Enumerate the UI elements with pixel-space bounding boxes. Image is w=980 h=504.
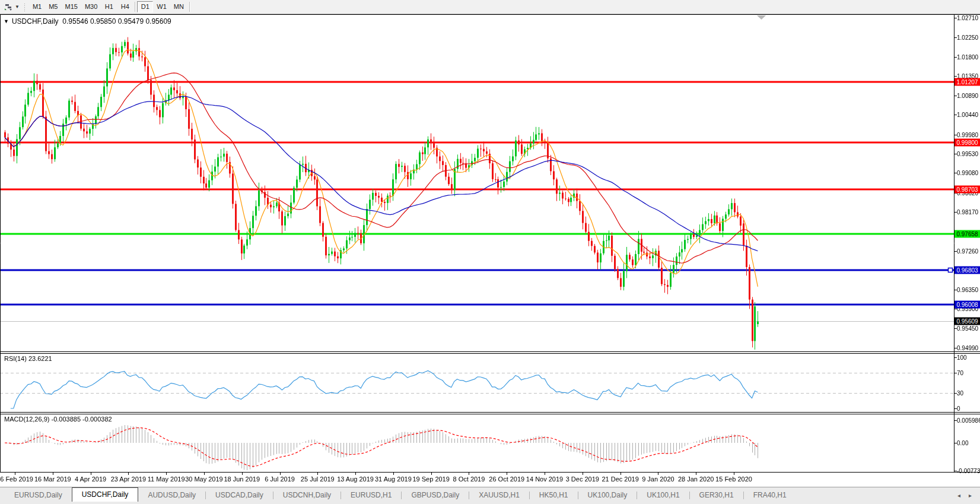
- price-axis-tick: 0.95450: [957, 325, 978, 331]
- price-axis-tick: 1.02250: [957, 34, 978, 41]
- toolbar-drag-handle: [24, 2, 26, 12]
- chevron-down-icon: ▼: [15, 4, 20, 9]
- price-axis-tick: 1.00440: [957, 112, 978, 118]
- rsi-axis-tick: 30: [957, 390, 963, 397]
- price-axis-tick: 0.99530: [957, 151, 978, 157]
- tab-scroll-left-icon[interactable]: ◂: [957, 492, 960, 499]
- current-price-label: 0.95609: [954, 318, 980, 325]
- tab-nav: ◂ ▸: [957, 492, 972, 499]
- price-axis-tick: 1.00890: [957, 93, 978, 99]
- chart-tab-uk100-h1[interactable]: UK100,H1: [637, 489, 689, 502]
- hline-price-label: 0.99800: [954, 138, 980, 146]
- price-axis-tick: 1.01800: [957, 53, 978, 60]
- timeframe-button-d1[interactable]: D1: [137, 1, 153, 12]
- chart-tab-eurusd-daily[interactable]: EURUSD,Daily: [5, 489, 72, 502]
- timeframe-button-m1[interactable]: M1: [29, 1, 45, 12]
- macd-axis-tick: 0.00: [957, 440, 968, 446]
- rsi-axis-tick: 70: [957, 369, 963, 376]
- rsi-indicator-label: RSI(14) 23.6221: [4, 355, 52, 362]
- hline-price-label: 0.98703: [954, 185, 980, 193]
- rsi-axis-tick: 100: [957, 354, 967, 361]
- tab-scroll-right-icon[interactable]: ▸: [969, 492, 972, 499]
- timeframe-button-m15[interactable]: M15: [61, 1, 81, 12]
- chart-tab-bar: EURUSD,DailyUSDCHF,DailyAUDUSD,DailyUSDC…: [0, 487, 980, 504]
- date-axis-label: 15 Feb 2020: [707, 476, 761, 483]
- timeframe-button-w1[interactable]: W1: [153, 1, 170, 12]
- price-axis-tick: 1.02710: [957, 15, 978, 21]
- price-axis-tick: 0.98170: [957, 208, 978, 215]
- chart-tab-audusd-daily[interactable]: AUDUSD,Daily: [138, 489, 205, 502]
- toolbar-separator: [135, 2, 135, 12]
- hline-price-label: 0.97658: [954, 230, 980, 237]
- hline-price-label: 0.96803: [954, 267, 980, 274]
- chart-tab-eurusd-h1[interactable]: EURUSD,H1: [341, 489, 401, 502]
- chart-title: ▼USDCHF,Daily 0.95546 0.95850 0.95479 0.…: [4, 17, 171, 26]
- hline-price-label: 0.96008: [954, 300, 980, 308]
- timeframe-button-m5[interactable]: M5: [45, 1, 61, 12]
- rsi-axis-tick: 0: [957, 405, 960, 412]
- price-axis-tick: 0.94990: [957, 345, 978, 351]
- chart-tab-gbpusd-daily[interactable]: GBPUSD,Daily: [402, 489, 469, 502]
- price-axis-tick: 0.99080: [957, 170, 978, 176]
- chart-tab-fra40-h1[interactable]: FRA40,H1: [744, 489, 796, 502]
- chart-tab-xauusd-h1[interactable]: XAUUSD,H1: [469, 489, 529, 502]
- price-axis-tick: 0.97260: [957, 248, 978, 254]
- timeframe-button-mn[interactable]: MN: [170, 1, 187, 12]
- timeframe-toolbar: ▼ M1M5M15M30H1H4D1W1MN: [0, 0, 980, 14]
- price-axis-tick: 0.99980: [957, 131, 978, 138]
- macd-indicator-label: MACD(12,26,9) -0.003885 -0.000382: [4, 416, 112, 423]
- trading-terminal-window: ▼ M1M5M15M30H1H4D1W1MN ▼USDCHF,Daily 0.9…: [0, 0, 980, 504]
- chart-tab-uk100-daily[interactable]: UK100,Daily: [578, 489, 637, 502]
- chart-title-ohlc: 0.95546 0.95850 0.95479 0.95609: [62, 17, 171, 26]
- timeframe-button-m30[interactable]: M30: [81, 1, 101, 12]
- macd-axis-tick: 0.005986: [957, 417, 980, 424]
- chart-canvas[interactable]: [0, 0, 980, 504]
- price-axis-tick: 0.96350: [957, 287, 978, 293]
- chart-title-collapse-icon[interactable]: ▼: [4, 18, 9, 24]
- macd-axis-tick: -0.007737: [957, 468, 980, 474]
- chart-tab-usdcad-daily[interactable]: USDCAD,Daily: [206, 489, 273, 502]
- indicators-icon: [4, 3, 13, 11]
- timeframe-button-h4[interactable]: H4: [117, 1, 133, 12]
- toolbar-separator: [189, 2, 190, 12]
- chart-tab-hk50-h1[interactable]: HK50,H1: [530, 489, 578, 502]
- chart-title-symbol: USDCHF,Daily: [12, 17, 59, 26]
- timeframe-button-h1[interactable]: H1: [101, 1, 117, 12]
- chart-tools-button[interactable]: ▼: [2, 1, 21, 13]
- chart-tab-ger30-h1[interactable]: GER30,H1: [690, 489, 743, 502]
- hline-price-label: 1.01207: [954, 78, 980, 86]
- chart-tab-usdchf-daily[interactable]: USDCHF,Daily: [72, 487, 139, 502]
- chart-tab-usdcnh-daily[interactable]: USDCNH,Daily: [273, 489, 341, 502]
